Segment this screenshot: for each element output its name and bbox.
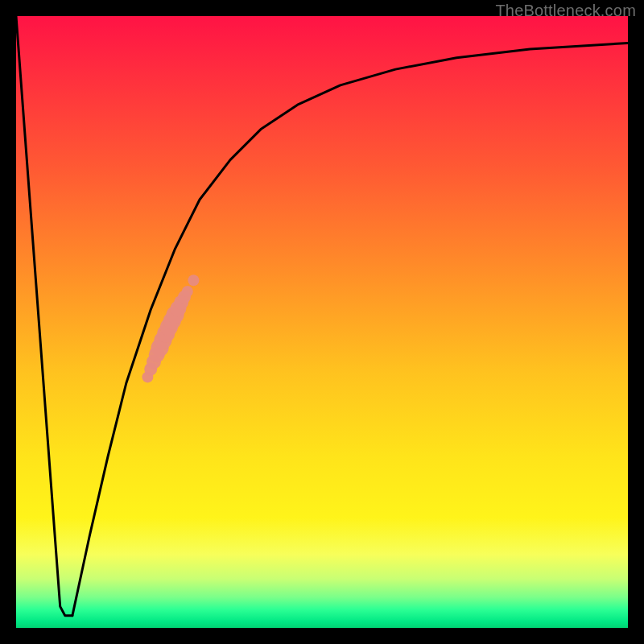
chart-frame: TheBottleneck.com bbox=[0, 0, 644, 644]
curve-group bbox=[16, 16, 628, 616]
bottleneck-curve bbox=[16, 16, 72, 616]
marker-dot bbox=[182, 286, 193, 297]
plot-area bbox=[16, 16, 628, 628]
bottleneck-curve-right bbox=[72, 43, 628, 615]
marker-group bbox=[142, 275, 199, 382]
chart-svg bbox=[16, 16, 628, 628]
marker-dot bbox=[188, 275, 199, 286]
